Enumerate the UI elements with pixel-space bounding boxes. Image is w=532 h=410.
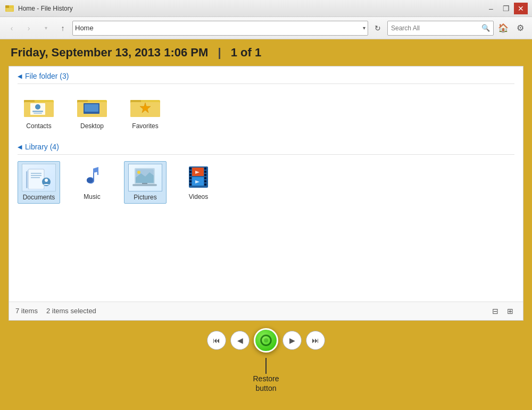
svg-point-7 — [35, 104, 40, 110]
videos-label: Videos — [189, 193, 208, 200]
restore-annotation: Restore button — [253, 358, 279, 393]
svg-rect-46 — [204, 177, 206, 179]
restore-files-button[interactable] — [254, 328, 278, 353]
library-music-item[interactable]: Music — [71, 161, 113, 204]
date-text: Friday, September 13, 2013 1:06 PM — [11, 46, 208, 59]
back-icon: ‹ — [11, 24, 13, 32]
settings-button[interactable]: ⚙ — [513, 21, 528, 36]
documents-label: Documents — [23, 194, 55, 201]
minimize-button[interactable]: – — [484, 3, 498, 14]
next-page-button[interactable]: ▶ — [282, 331, 302, 350]
date-separator: | — [218, 46, 221, 59]
close-button[interactable]: ✕ — [514, 3, 528, 14]
toolbar-right-buttons: 🏠 ⚙ — [496, 21, 528, 36]
group-collapse-arrow[interactable]: ◀ — [18, 73, 22, 80]
svg-rect-39 — [189, 174, 192, 176]
up-icon: ↑ — [61, 24, 65, 32]
panel-status-bar: 7 items 2 items selected ⊟ ⊞ — [9, 302, 523, 320]
svg-rect-38 — [189, 171, 192, 173]
svg-rect-9 — [34, 113, 42, 114]
details-view-button[interactable]: ⊟ — [489, 305, 502, 317]
library-documents-item[interactable]: Documents — [18, 161, 60, 204]
library-videos-item[interactable]: Videos — [177, 161, 220, 204]
svg-rect-2 — [6, 8, 13, 11]
svg-point-28 — [45, 179, 48, 182]
large-icons-view-icon: ⊞ — [507, 307, 513, 315]
details-view-icon: ⊟ — [492, 307, 498, 315]
music-icon — [75, 163, 109, 191]
refresh-button[interactable]: ↻ — [370, 21, 385, 36]
file-folder-grid: Contacts — [18, 90, 514, 132]
last-page-icon: ⏭ — [312, 336, 319, 345]
svg-rect-41 — [189, 180, 192, 182]
svg-rect-40 — [189, 177, 192, 179]
svg-point-53 — [261, 336, 271, 345]
address-bar: ▾ — [72, 21, 368, 36]
folder-favorites-item[interactable]: Favorites — [124, 90, 167, 132]
desktop-icon — [75, 93, 109, 120]
prev-page-icon: ◀ — [237, 336, 243, 345]
first-page-button[interactable]: ⏮ — [207, 331, 226, 350]
folder-contacts-item[interactable]: Contacts — [18, 90, 60, 132]
svg-rect-14 — [85, 104, 98, 112]
favorites-icon — [128, 93, 162, 120]
nav-controls: ⏮ ◀ ▶ ⏭ — [207, 328, 325, 353]
music-label: Music — [84, 193, 100, 200]
refresh-icon: ↻ — [375, 24, 381, 32]
large-icons-view-button[interactable]: ⊞ — [504, 305, 517, 317]
svg-rect-21 — [28, 169, 44, 189]
desktop-label: Desktop — [80, 122, 104, 130]
svg-rect-15 — [89, 113, 94, 114]
library-collapse-arrow[interactable]: ◀ — [18, 144, 22, 150]
svg-rect-25 — [27, 170, 28, 188]
selected-count: 2 items selected — [46, 307, 96, 315]
prev-page-button[interactable]: ◀ — [230, 331, 250, 350]
bottom-navigation: ⏮ ◀ ▶ ⏭ Restore button — [9, 321, 523, 404]
videos-icon — [181, 163, 215, 191]
restore-window-button[interactable]: ❐ — [499, 3, 513, 14]
svg-rect-35 — [142, 183, 147, 184]
svg-rect-8 — [32, 111, 43, 112]
address-input[interactable] — [75, 24, 363, 32]
file-folder-group-header: ◀ File folder (3) — [18, 72, 514, 84]
main-area: Friday, September 13, 2013 1:06 PM | 1 o… — [0, 39, 532, 410]
up-button[interactable]: ↑ — [55, 21, 70, 36]
annotation-text: Restore button — [253, 374, 279, 393]
forward-button[interactable]: › — [21, 21, 36, 36]
address-dropdown-icon[interactable]: ▾ — [363, 25, 365, 31]
back-button[interactable]: ‹ — [4, 21, 19, 36]
svg-rect-34 — [132, 184, 157, 186]
view-buttons: ⊟ ⊞ — [489, 305, 517, 317]
date-header: Friday, September 13, 2013 1:06 PM | 1 o… — [9, 46, 523, 60]
dropdown-button[interactable]: ▾ — [38, 21, 53, 36]
library-grid: Documents Music — [18, 161, 514, 204]
search-input[interactable] — [391, 24, 479, 32]
panel-content: ◀ File folder (3) — [9, 66, 523, 302]
svg-rect-37 — [189, 168, 192, 170]
folder-desktop-item[interactable]: Desktop — [71, 90, 113, 132]
window-controls: – ❐ ✕ — [484, 3, 528, 14]
svg-point-54 — [264, 338, 268, 342]
toolbar: ‹ › ▾ ↑ ▾ ↻ 🔍 🏠 ⚙ — [0, 17, 532, 39]
status-info: 7 items 2 items selected — [15, 307, 96, 315]
home-button[interactable]: 🏠 — [496, 21, 511, 36]
svg-rect-43 — [204, 168, 206, 170]
window-title: Home - File History — [18, 5, 73, 12]
svg-rect-1 — [5, 5, 9, 8]
favorites-label: Favorites — [132, 122, 158, 130]
svg-rect-47 — [204, 180, 206, 182]
svg-rect-44 — [204, 171, 206, 173]
svg-point-29 — [87, 178, 93, 183]
app-icon — [4, 3, 15, 14]
svg-rect-45 — [204, 174, 206, 176]
search-bar: 🔍 — [387, 21, 494, 36]
library-pictures-item[interactable]: Pictures — [124, 161, 167, 204]
restore-icon — [260, 334, 272, 346]
first-page-icon: ⏮ — [213, 336, 220, 345]
next-page-icon: ▶ — [289, 336, 295, 345]
item-count: 7 items — [15, 307, 38, 315]
svg-rect-42 — [189, 183, 192, 186]
annotation-line — [265, 358, 267, 374]
file-folder-group-label: File folder (3) — [25, 72, 69, 80]
last-page-button[interactable]: ⏭ — [306, 331, 325, 350]
